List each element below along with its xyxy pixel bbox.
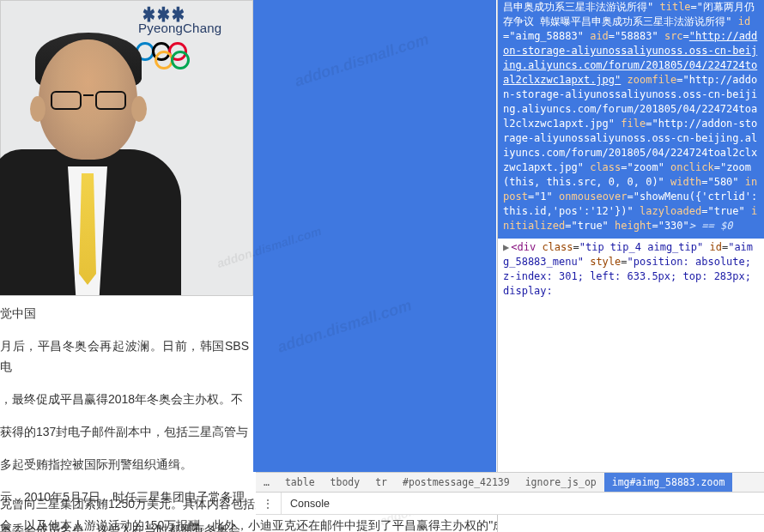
article-line: 获得的137封电子邮件副本中，包括三星高管与 [0, 421, 249, 442]
article-line: 月后，平昌冬奥会再起波澜。日前，韩国SBS电 [0, 336, 249, 377]
selected-dom-node[interactable]: 昌申奥成功系三星非法游说所得" title="闭幕两月仍存争议 韩媒曝平昌申奥成… [498, 0, 764, 239]
breadcrumb-item[interactable]: tbody [323, 473, 368, 492]
expand-arrow-icon[interactable]: ▶ [503, 241, 509, 253]
article-line: 多起受贿指控被国际刑警组织通缉。 [0, 454, 249, 475]
article-photo[interactable]: ✱✱✱ PyeongChang [0, 0, 253, 296]
devtools-panel[interactable]: 昌申奥成功系三星非法游说所得" title="闭幕两月仍存争议 韩媒曝平昌申奥成… [497, 0, 764, 532]
dom-breadcrumb[interactable]: … table tbody tr #postmessage_42139 igno… [256, 472, 764, 493]
breadcrumb-item[interactable]: table [277, 473, 323, 492]
breadcrumb-item[interactable]: ignore_js_op [518, 473, 604, 492]
console-tab[interactable]: Console [282, 498, 338, 510]
breadcrumb-item[interactable]: tr [367, 473, 395, 492]
article-line: ，最终促成平昌赢得2018年冬奥会主办权。不 [0, 389, 249, 409]
element-highlight-overlay [253, 0, 496, 472]
console-drawer[interactable]: ⋮ Console [256, 493, 764, 515]
olympic-text: PyeongChang [138, 18, 241, 39]
article-line: 觉中国 [0, 303, 249, 323]
webpage-content: ✱✱✱ PyeongChang 觉中国 月后，平昌冬奥会再起波澜。日前，韩国SB… [0, 0, 253, 532]
breadcrumb-item-selected[interactable]: img#aimg_58883.zoom [604, 473, 733, 492]
dom-sibling-node[interactable]: ▶<div class="tip tip_4 aimg_tip" id="aim… [498, 239, 764, 299]
kebab-menu-icon[interactable]: ⋮ [256, 493, 282, 514]
breadcrumb-overflow[interactable]: … [256, 473, 277, 492]
breadcrumb-item[interactable]: #postmessage_42139 [395, 473, 518, 492]
dom-tree[interactable]: 昌申奥成功系三星非法游说所得" title="闭幕两月仍存争议 韩媒曝平昌申奥成… [498, 0, 764, 472]
person-figure [1, 38, 168, 295]
